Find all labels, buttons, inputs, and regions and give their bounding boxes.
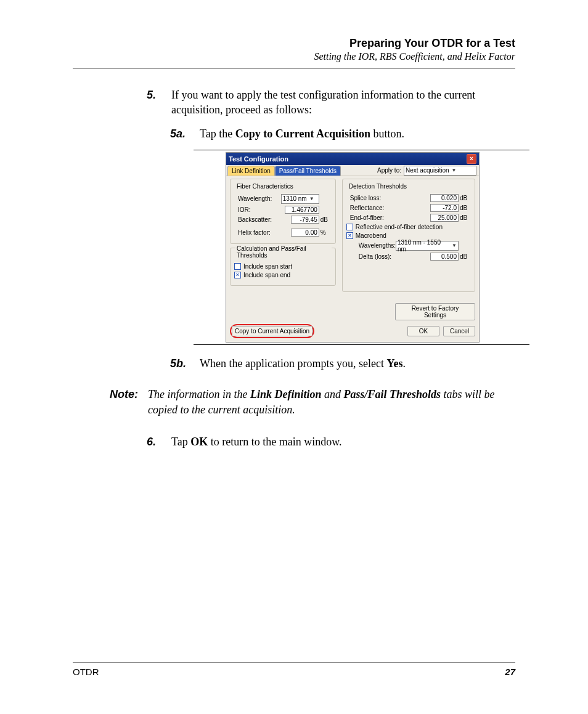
step-5-number: 5. <box>73 87 171 118</box>
chevron-down-icon: ▼ <box>452 243 457 248</box>
mb-delta-unit: dB <box>460 253 471 260</box>
note: Note: The information in the Link Defini… <box>73 387 515 418</box>
copy-to-current-acquisition-button[interactable]: Copy to Current Acquisition <box>232 326 312 336</box>
wavelength-value: 1310 nm <box>283 195 307 202</box>
header-rule <box>73 68 515 69</box>
step-5b-text: When the application prompts you, select… <box>200 356 515 371</box>
reflectance-input[interactable] <box>430 204 459 212</box>
splice-loss-unit: dB <box>460 195 471 201</box>
backscatter-unit: dB <box>321 216 332 223</box>
step-6-bold: OK <box>190 436 208 448</box>
header-title: Preparing Your OTDR for a Test <box>73 37 515 50</box>
note-body: The information in the Link Definition a… <box>148 387 515 418</box>
test-config-dialog: Test Configuration × Link Definition Pas… <box>226 152 480 343</box>
tab-passfail-thresholds[interactable]: Pass/Fail Thresholds <box>275 166 341 176</box>
right-column: Detection Thresholds Splice loss: dB Ref… <box>342 179 475 296</box>
mb-delta-row: Delta (loss): dB <box>346 253 471 261</box>
eof-input[interactable] <box>430 214 459 222</box>
footer-left: OTDR <box>73 667 99 677</box>
reflectance-row: Reflectance: dB <box>346 204 471 212</box>
include-span-end-row: × Include span end <box>234 272 332 278</box>
page-header: Preparing Your OTDR for a Test Setting t… <box>73 37 515 62</box>
note-pre: The information in the <box>148 388 250 400</box>
include-span-start-checkbox[interactable] <box>234 263 241 270</box>
close-icon[interactable]: × <box>467 154 476 164</box>
helix-input[interactable] <box>291 229 319 237</box>
highlight-circle: Copy to Current Acquisition <box>230 324 314 338</box>
ior-row: IOR: <box>234 206 332 214</box>
calc-thresholds-group: Calculation and Pass/Fail Thresholds Inc… <box>230 248 336 286</box>
step-5-text: If you want to apply the test configurat… <box>171 87 515 118</box>
eof-unit: dB <box>460 214 471 221</box>
macrobend-label: Macrobend <box>356 232 386 239</box>
reflective-eof-row: Reflective end-of-fiber detection <box>346 224 471 230</box>
fiber-characteristics-title: Fiber Characteristics <box>235 183 295 190</box>
apply-to-combo[interactable]: Next acquisition ▼ <box>404 166 476 176</box>
chevron-down-icon: ▼ <box>309 196 314 201</box>
mb-wavelengths-value: 1310 nm - 1550 nm <box>398 239 449 253</box>
include-span-end-checkbox[interactable]: × <box>234 272 241 278</box>
cancel-button[interactable]: Cancel <box>443 326 475 336</box>
helix-label: Helix factor: <box>234 229 291 236</box>
revert-button[interactable]: Revert to Factory Settings <box>395 303 475 320</box>
ior-input[interactable] <box>285 206 319 214</box>
dialog-body: Fiber Characteristics Wavelength: 1310 n… <box>226 176 479 301</box>
dialog-titlebar: Test Configuration × <box>226 153 479 165</box>
apply-to-area: Apply to: Next acquisition ▼ <box>377 166 476 176</box>
eof-row: End-of-fiber: dB <box>346 214 471 222</box>
splice-loss-label: Splice loss: <box>346 195 430 201</box>
backscatter-input[interactable] <box>291 216 319 224</box>
dialog-footer-lower: Copy to Current Acquisition OK Cancel <box>226 323 479 342</box>
step-5b-post: . <box>402 357 406 370</box>
eof-label: End-of-fiber: <box>346 214 430 221</box>
dialog-footer-upper: Revert to Factory Settings <box>226 301 479 323</box>
step-5a-post: button. <box>370 128 404 140</box>
wavelength-combo[interactable]: 1310 nm ▼ <box>281 194 319 204</box>
ok-button[interactable]: OK <box>407 326 439 336</box>
page-number: 27 <box>505 667 515 677</box>
mb-delta-input[interactable] <box>430 253 459 261</box>
ior-label: IOR: <box>234 206 285 213</box>
detection-thresholds-group: Detection Thresholds Splice loss: dB Ref… <box>342 179 475 292</box>
macrobend-checkbox[interactable]: × <box>346 232 353 239</box>
step-5a-pre: Tap the <box>200 128 235 140</box>
chevron-down-icon: ▼ <box>452 168 457 173</box>
include-span-start-label: Include span start <box>243 263 292 270</box>
wavelength-row: Wavelength: 1310 nm ▼ <box>234 194 332 204</box>
calc-thresholds-title: Calculation and Pass/Fail Thresholds <box>235 245 332 259</box>
step-6: 6. Tap OK to return to the main window. <box>73 434 515 449</box>
step-6-post: to return to the main window. <box>208 436 341 448</box>
embedded-screenshot: Test Configuration × Link Definition Pas… <box>194 150 529 345</box>
note-bold-1: Link Definition <box>250 388 322 400</box>
mb-delta-label: Delta (loss): <box>355 253 430 260</box>
header-subtitle: Setting the IOR, RBS Coefficient, and He… <box>73 51 515 62</box>
apply-to-label: Apply to: <box>377 167 401 174</box>
step-5a-bold: Copy to Current Acquisition <box>235 128 370 140</box>
note-mid: and <box>322 388 344 400</box>
include-span-end-label: Include span end <box>243 272 290 278</box>
helix-row: Helix factor: % <box>234 229 332 237</box>
step-6-pre: Tap <box>171 436 190 448</box>
step-5b-number: 5b. <box>73 356 200 371</box>
apply-to-value: Next acquisition <box>406 167 449 174</box>
note-bold-2: Pass/Fail Thresholds <box>344 388 441 400</box>
step-5b-pre: When the application prompts you, select <box>200 357 386 370</box>
dialog-title-text: Test Configuration <box>229 155 288 163</box>
splice-loss-input[interactable] <box>430 194 459 202</box>
mb-wavelengths-label: Wavelengths: <box>355 242 396 249</box>
step-5: 5. If you want to apply the test configu… <box>73 87 515 118</box>
mb-wavelengths-combo[interactable]: 1310 nm - 1550 nm ▼ <box>396 241 459 251</box>
helix-unit: % <box>321 229 332 236</box>
tab-link-definition[interactable]: Link Definition <box>227 166 275 176</box>
backscatter-label: Backscatter: <box>234 216 291 223</box>
detection-thresholds-title: Detection Thresholds <box>348 183 408 190</box>
left-column: Fiber Characteristics Wavelength: 1310 n… <box>230 179 336 296</box>
step-5b-bold: Yes <box>386 357 402 370</box>
fiber-characteristics-group: Fiber Characteristics Wavelength: 1310 n… <box>230 179 336 244</box>
step-5b: 5b. When the application prompts you, se… <box>73 356 515 371</box>
wavelength-label: Wavelength: <box>234 195 281 202</box>
step-6-text: Tap OK to return to the main window. <box>171 434 515 449</box>
include-span-start-row: Include span start <box>234 263 332 270</box>
mb-wavelengths-row: Wavelengths: 1310 nm - 1550 nm ▼ <box>346 241 471 251</box>
reflective-eof-checkbox[interactable] <box>346 224 353 230</box>
